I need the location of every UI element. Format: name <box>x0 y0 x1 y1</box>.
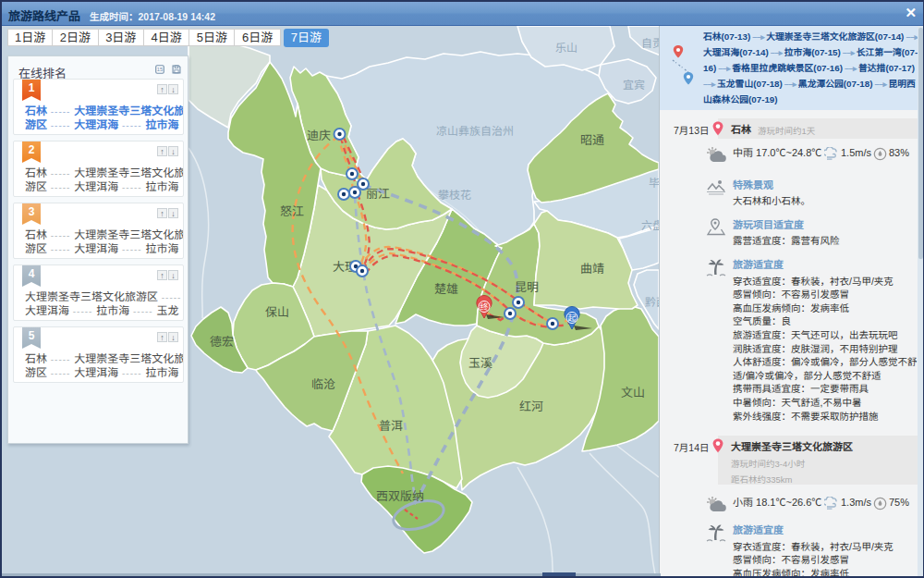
svg-text:普洱: 普洱 <box>379 416 403 434</box>
svg-text:凉山彝族自治州: 凉山彝族自治州 <box>436 122 514 138</box>
svg-text:昭通: 昭通 <box>580 130 604 148</box>
svg-text:红河: 红河 <box>519 397 543 414</box>
svg-text:宜宾: 宜宾 <box>623 76 645 92</box>
svg-text:西双版纳: 西双版纳 <box>376 486 424 504</box>
svg-text:攀枝花: 攀枝花 <box>438 186 471 202</box>
svg-text:乐山: 乐山 <box>555 39 578 55</box>
svg-text:楚雄: 楚雄 <box>434 279 458 297</box>
svg-text:终: 终 <box>480 301 488 313</box>
svg-text:昆明: 昆明 <box>515 277 539 295</box>
svg-text:怒江: 怒江 <box>280 202 304 219</box>
svg-text:德宏: 德宏 <box>210 332 234 350</box>
svg-text:曲靖: 曲靖 <box>580 259 604 277</box>
svg-text:起: 起 <box>567 312 576 324</box>
svg-text:15: 15 <box>157 67 163 72</box>
svg-text:迪庆: 迪庆 <box>307 126 331 143</box>
svg-text:保山: 保山 <box>265 302 289 320</box>
svg-text:临沧: 临沧 <box>311 375 335 392</box>
svg-text:玉溪: 玉溪 <box>468 353 492 371</box>
svg-text:文山: 文山 <box>621 383 645 400</box>
svg-text:丽江: 丽江 <box>366 184 390 202</box>
